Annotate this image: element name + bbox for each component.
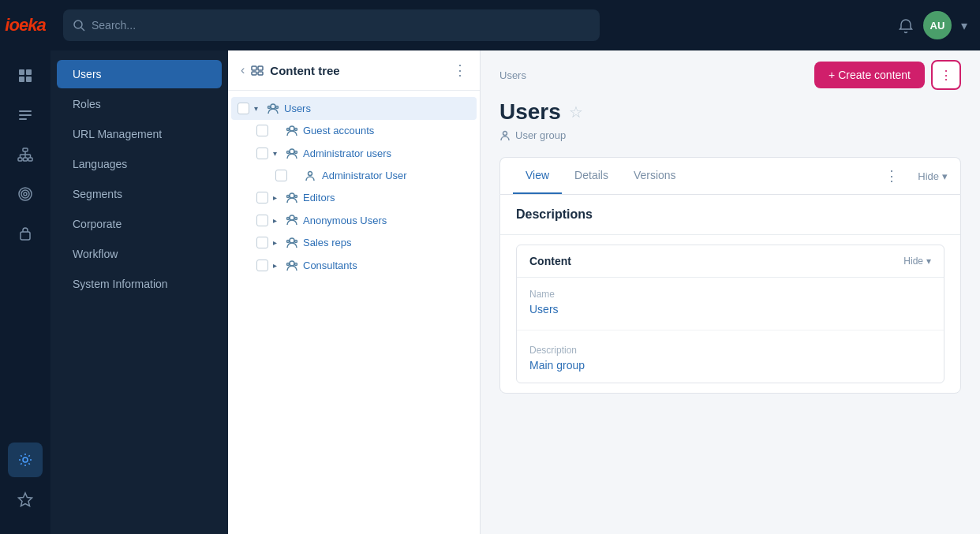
svg-rect-9 [24,158,28,161]
tree-header: ‹ Content tree ⋮ [228,50,480,91]
search-bar[interactable] [63,9,600,41]
svg-point-34 [290,149,294,154]
tree-expand-anonymous[interactable]: ▸ [273,216,286,225]
nav-icon-structure[interactable] [8,137,43,172]
icon-sidebar: ioeka [0,0,50,534]
svg-rect-8 [18,158,22,161]
sidebar-item-corporate[interactable]: Corporate [57,210,222,238]
avatar-dropdown-icon[interactable]: ▾ [961,18,967,33]
tree-node-icon-anonymous [286,214,300,227]
user-group-icon [499,130,511,141]
svg-point-44 [290,238,294,243]
logo: ioeka [0,0,50,50]
create-content-button[interactable]: + Create content [814,62,925,88]
tree-collapse-icon[interactable]: ‹ [241,63,245,77]
tree-node-icon-editors [286,191,300,204]
tree-node-administrator-user[interactable]: ▸ Administrator User [231,165,477,187]
sidebar-item-system-information[interactable]: System Information [57,270,222,298]
tree-expand-editors[interactable]: ▸ [273,193,286,202]
svg-point-40 [295,195,297,197]
svg-rect-26 [252,72,256,75]
tree-checkbox-admin-user[interactable] [275,170,287,181]
tab-details[interactable]: Details [562,158,621,194]
nav-icon-settings[interactable] [8,443,43,477]
tree-checkbox-editors[interactable] [256,192,268,204]
sidebar-item-workflow[interactable]: Workflow [57,240,222,268]
svg-point-50 [503,131,507,135]
tree-node-administrator-users[interactable]: ▾ Administrator users [231,142,477,165]
sidebar-item-segments[interactable]: Segments [57,180,222,208]
tree-checkbox-consultants[interactable] [256,260,268,271]
nav-icon-marketing[interactable] [8,177,43,211]
svg-point-17 [21,190,29,198]
tree-node-editors[interactable]: ▸ Editors [231,186,477,209]
svg-rect-25 [258,66,263,70]
search-input[interactable] [92,19,590,32]
tree-panel: ‹ Content tree ⋮ [228,50,481,534]
sidebar-item-users[interactable]: Users [57,60,222,88]
tree-label-users: Users [284,103,470,114]
sidebar-item-roles[interactable]: Roles [57,90,222,118]
detail-topbar: Users + Create content ⋮ [481,50,980,99]
tree-checkbox-users[interactable] [238,103,249,114]
tree-checkbox-guest[interactable] [256,125,268,136]
field-description-group: Description Main group [517,334,944,383]
tab-versions[interactable]: Versions [621,158,689,194]
logo-text: ioeka [5,15,45,35]
svg-rect-3 [26,77,32,82]
sidebar-item-url-management[interactable]: URL Management [57,120,222,148]
tree-checkbox-sales[interactable] [256,237,268,248]
tree-label-editors: Editors [303,192,470,204]
tab-more-icon[interactable]: ⋮ [885,167,899,185]
description-label: Description [529,345,931,356]
tree-expand-sales[interactable]: ▸ [273,238,286,247]
icon-nav-bottom [8,443,43,534]
content-section-hide-button[interactable]: Hide ▾ [903,256,931,267]
tab-hide-button[interactable]: Hide ▾ [918,170,948,182]
tree-expand-consultants[interactable]: ▸ [273,261,286,270]
tree-expand-users[interactable]: ▾ [254,104,267,113]
tree-checkbox-anonymous[interactable] [256,215,268,226]
tree-label-anonymous: Anonymous Users [303,215,470,226]
tree-expand-admin-users[interactable]: ▾ [273,149,286,158]
detail-title: Users [499,99,561,125]
detail-more-button[interactable]: ⋮ [931,60,961,90]
svg-point-36 [295,151,297,153]
tree-node-icon-sales [286,236,300,249]
tree-more-icon[interactable]: ⋮ [453,62,467,79]
svg-rect-10 [28,158,32,161]
content-section-header: Content Hide ▾ [517,245,944,278]
svg-rect-27 [258,72,263,75]
tree-node-sales-reps[interactable]: ▸ Sales reps [231,231,477,254]
descriptions-title: Descriptions [516,207,944,222]
search-icon [73,19,85,32]
svg-point-28 [271,104,275,109]
content-area: Users Roles URL Management Languages Seg… [50,50,980,534]
svg-point-18 [24,192,27,196]
content-section-title: Content [529,255,903,267]
tree-node-anonymous-users[interactable]: ▸ Anonymous Users [231,209,477,232]
nav-icon-permissions[interactable] [8,216,43,251]
nav-icon-favorites[interactable] [8,482,43,517]
breadcrumb: Users [499,69,526,81]
tree-label-consultants: Consultants [303,260,470,271]
svg-rect-19 [21,232,30,240]
sidebar-item-languages[interactable]: Languages [57,150,222,178]
nav-icon-content[interactable] [8,98,43,133]
tree-title-icon [251,64,264,77]
header-right: AU ▾ [898,11,967,39]
svg-point-29 [268,106,271,108]
nav-icon-dashboard[interactable] [8,58,43,93]
tab-view[interactable]: View [513,158,562,194]
tree-node-consultants[interactable]: ▸ Consultants [231,254,477,277]
avatar[interactable]: AU [923,11,952,39]
svg-point-31 [290,126,294,131]
tree-node-users[interactable]: ▾ Users [231,97,477,120]
tree-node-guest-accounts[interactable]: ▸ Guest accounts [231,120,477,143]
notification-bell-icon[interactable] [898,17,914,35]
main-area: AU ▾ Users Roles URL Management Language… [50,0,980,534]
favorite-star-icon[interactable]: ☆ [569,103,583,121]
tree-checkbox-admin-users[interactable] [256,148,268,159]
svg-point-37 [309,172,312,176]
content-section: Content Hide ▾ Name Users [516,245,944,383]
